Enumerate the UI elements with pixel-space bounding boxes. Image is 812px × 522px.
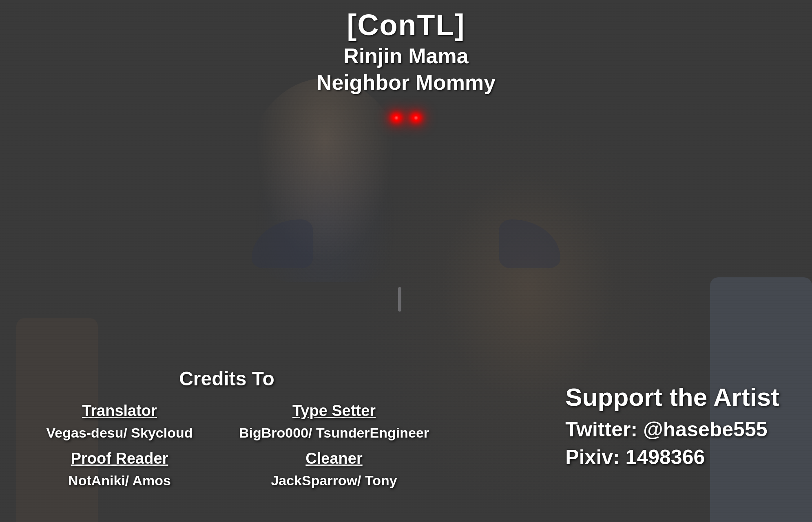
credit-cleaner: Cleaner JackSparrow/ Tony [239,450,429,489]
credits-grid: Translator Vegas-desu/ Skycloud Type Set… [24,402,429,489]
credit-translator: Translator Vegas-desu/ Skycloud [24,402,215,442]
credit-typesetter: Type Setter BigBro000/ TsunderEngineer [239,402,429,442]
twitter-line: Twitter: @hasebe555 [565,418,779,441]
role-proofreader: Proof Reader [24,450,215,467]
name-translator: Vegas-desu/ Skycloud [24,424,215,442]
main-title: [ConTL] [0,8,812,42]
role-cleaner: Cleaner [239,450,429,467]
credits-section: Credits To Translator Vegas-desu/ Skyclo… [24,367,429,489]
role-translator: Translator [24,402,215,420]
name-proofreader: NotAniki/ Amos [24,471,215,489]
title-section: [ConTL] Rinjin Mama Neighbor Mommy [0,8,812,95]
subtitle-2: Neighbor Mommy [0,70,812,95]
subtitle-1: Rinjin Mama [0,44,812,68]
role-typesetter: Type Setter [239,402,429,420]
credits-title: Credits To [24,367,429,390]
name-cleaner: JackSparrow/ Tony [239,471,429,489]
pixiv-line: Pixiv: 1498366 [565,445,779,469]
name-typesetter: BigBro000/ TsunderEngineer [239,424,429,442]
credit-proofreader: Proof Reader NotAniki/ Amos [24,450,215,489]
support-section: Support the Artist Twitter: @hasebe555 P… [565,383,779,473]
main-content: [ConTL] Rinjin Mama Neighbor Mommy Credi… [0,0,812,522]
support-title: Support the Artist [565,383,779,411]
